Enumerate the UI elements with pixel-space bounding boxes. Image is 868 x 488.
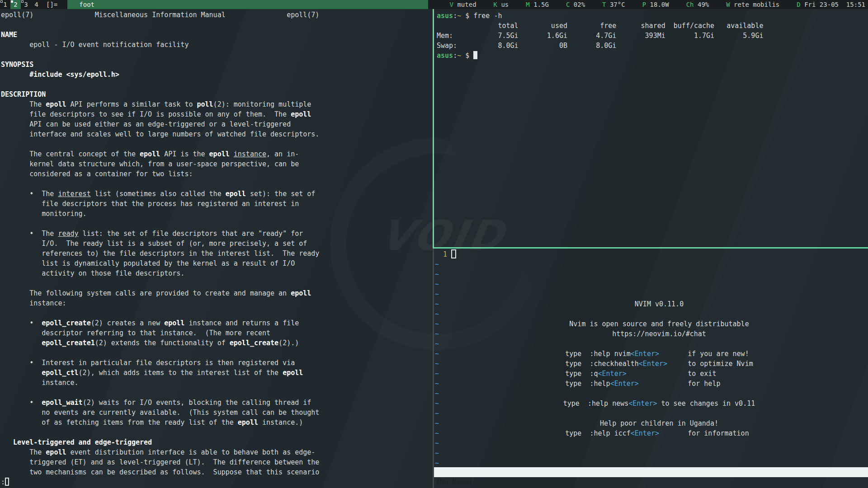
unfocused-window-border xyxy=(433,249,434,488)
text-segment: interface and scales well to large numbe… xyxy=(1,130,319,138)
status-item-D: D Fri 23-05 15:51 xyxy=(797,0,865,9)
nvim-tilde: ~ xyxy=(435,448,439,458)
text-segment: epoll xyxy=(283,369,303,377)
text-segment: type :help iccf xyxy=(565,429,631,437)
terminal-cursor xyxy=(473,51,477,59)
text-segment: The xyxy=(1,100,46,108)
layout-symbol[interactable]: []= xyxy=(42,0,63,9)
nvim-tilde: ~ xyxy=(435,339,439,349)
text-segment: to optimize Nvim xyxy=(667,360,753,368)
man-line xyxy=(1,388,319,398)
nvim-intro-line: type :help nvim<Enter> if you are new! xyxy=(451,349,867,359)
nvim-window[interactable]: 1 ~~~~~~~~~~~~~~~~~~~~~NVIM v0.11.0Nvim … xyxy=(434,249,868,488)
man-line: file descriptors that the process has re… xyxy=(1,199,319,209)
pager-prompt: : xyxy=(1,477,319,487)
focused-window-border-bottom xyxy=(433,247,868,249)
status-item-C: C 02% xyxy=(566,0,585,9)
status-item-T: T 37°C xyxy=(602,0,625,9)
man-line: • Interest in particular file descriptor… xyxy=(1,358,319,368)
text-segment: The central concept of the xyxy=(1,150,140,158)
text-segment xyxy=(1,70,29,79)
text-segment: API is the xyxy=(160,150,209,158)
nvim-intro-line: https://neovim.io/#chat xyxy=(451,329,867,339)
tag-occupied-indicator xyxy=(21,0,24,3)
text-segment: instance: xyxy=(1,299,66,307)
text-segment: list is dynamically populated by the ker… xyxy=(1,259,295,267)
text-segment: epoll xyxy=(46,100,66,108)
shell-terminal[interactable]: asus:~ $ free -h total used free shared … xyxy=(434,9,868,247)
text-segment: (2).) xyxy=(278,339,299,347)
man-line: triggered (ET) and as level-triggered (L… xyxy=(1,457,319,467)
window-title: foot xyxy=(67,0,428,9)
bar-tags: 1234 xyxy=(0,0,42,9)
text-segment: epoll xyxy=(140,150,160,158)
status-item-W: W rete mobilis xyxy=(726,0,779,9)
man-line: #include <sys/epoll.h> xyxy=(1,70,319,80)
man-line: kernel data structure which, from a user… xyxy=(1,159,319,169)
text-segment: if you are new! xyxy=(659,350,753,358)
man-line xyxy=(1,348,319,358)
man-line: of as fetching items from the ready list… xyxy=(1,418,319,427)
text-segment: , an in- xyxy=(266,150,299,158)
nvim-tilde: ~ xyxy=(435,279,439,289)
text-segment: • The xyxy=(1,190,58,198)
workspace-tag-3[interactable]: 3 xyxy=(21,0,31,9)
workspace-tag-4[interactable]: 4 xyxy=(31,0,42,9)
text-segment: file descriptors that the process has re… xyxy=(1,200,299,208)
nvim-tilde: ~ xyxy=(435,399,439,408)
man-page-terminal[interactable]: epoll(7) Miscellaneous Information Manua… xyxy=(0,9,433,488)
man-line: instance. xyxy=(1,378,319,388)
text-segment: ready xyxy=(58,230,78,238)
man-line: • epoll_wait(2) waits for I/O events, bl… xyxy=(1,398,319,408)
text-segment: monitoring. xyxy=(1,210,87,218)
man-line: no events are currently available. (This… xyxy=(1,408,319,418)
man-line: • The ready list: the set of file descri… xyxy=(1,229,319,239)
text-segment: no events are currently available. (This… xyxy=(1,408,319,417)
text-segment xyxy=(230,150,234,158)
text-segment: #include <sys/epoll.h> xyxy=(29,70,119,79)
man-line: instance: xyxy=(1,298,319,308)
tag-label: 4 xyxy=(34,1,38,8)
workspace-tag-1[interactable]: 1 xyxy=(0,0,10,9)
shell-terminal-content: asus:~ $ free -h total used free shared … xyxy=(437,11,763,61)
nvim-tilde: ~ xyxy=(435,389,439,399)
status-key: M xyxy=(526,1,529,8)
status-key: K xyxy=(494,1,497,8)
text-segment: triggered (ET) and as level-triggered (L… xyxy=(1,458,319,466)
prompt-user: asus xyxy=(437,12,453,20)
man-line: The epoll event distribution interface i… xyxy=(1,447,319,457)
text-segment: epoll - I/O event notification facility xyxy=(1,41,189,49)
man-line: The central concept of the epoll API is … xyxy=(1,149,319,159)
prompt-separator: : xyxy=(453,12,457,20)
text-segment: DESCRIPTION xyxy=(1,90,46,99)
man-line xyxy=(1,139,319,149)
status-key: W xyxy=(726,1,730,8)
man-line: Level-triggered and edge-triggered xyxy=(1,437,319,447)
workspace-tag-2[interactable]: 2 xyxy=(10,0,21,9)
text-segment: considered as a container for two lists: xyxy=(1,170,193,178)
text-segment: interest xyxy=(58,190,90,198)
pager-prompt-char: : xyxy=(1,478,5,486)
text-segment: poll xyxy=(197,100,213,108)
nvim-tilde: ~ xyxy=(435,269,439,279)
man-line: epoll_ctl(2), which adds items to the in… xyxy=(1,368,319,378)
man-line xyxy=(1,308,319,318)
text-segment: descriptor referring to that instance. (… xyxy=(1,329,270,337)
status-value: 02% xyxy=(570,1,585,8)
focused-window-border-left xyxy=(433,9,434,247)
text-segment: type :help news xyxy=(563,399,629,408)
nvim-tilde: ~ xyxy=(435,428,439,438)
status-item-M: M 1.5G xyxy=(526,0,549,9)
text-segment: for information xyxy=(659,429,753,437)
nvim-tilde: ~ xyxy=(435,418,439,428)
text-segment: (2): monitoring multiple xyxy=(213,100,311,108)
nvim-intro-line: NVIM v0.11.0 xyxy=(451,299,867,309)
text-segment: to exit xyxy=(627,370,753,378)
text-segment: NAME xyxy=(1,31,17,39)
status-value: 1.5G xyxy=(530,1,549,8)
prompt-symbol: $ xyxy=(461,52,473,60)
status-key: D xyxy=(797,1,800,8)
prompt-user: asus xyxy=(437,52,453,60)
text-segment xyxy=(1,438,13,446)
text-segment: • xyxy=(1,319,42,327)
